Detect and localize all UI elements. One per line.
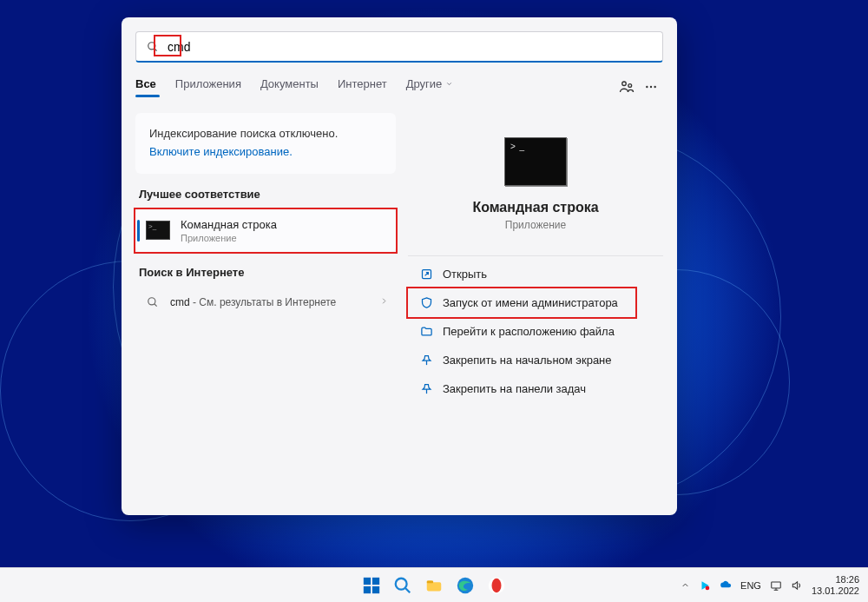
svg-rect-15 <box>372 585 379 592</box>
network-icon[interactable] <box>770 579 782 592</box>
web-search-result[interactable]: cmd - См. результаты в Интернете <box>135 288 396 317</box>
more-button[interactable] <box>639 75 663 99</box>
action-label: Открыть <box>443 268 487 281</box>
svg-point-21 <box>492 578 502 592</box>
chevron-right-icon <box>379 296 389 306</box>
cmd-icon <box>146 221 170 240</box>
result-preview: Командная строка Приложение <box>408 113 663 247</box>
best-match-header: Лучшее соответствие <box>139 188 396 201</box>
file-explorer-button[interactable] <box>422 573 446 598</box>
volume-icon[interactable] <box>791 579 803 592</box>
tab-more[interactable]: Другие <box>406 77 453 97</box>
indexing-notice: Индексирование поиска отключено. Включит… <box>135 113 396 174</box>
cmd-large-icon <box>504 137 567 186</box>
system-tray: ENG 18:26 13.01.2022 <box>681 574 859 596</box>
svg-point-7 <box>148 297 155 304</box>
svg-rect-24 <box>772 581 781 587</box>
action-pin-start[interactable]: Закрепить на начальном экране <box>408 346 663 374</box>
search-icon <box>393 576 412 595</box>
folder-icon <box>424 576 444 595</box>
shield-icon <box>420 296 433 309</box>
svg-rect-14 <box>364 585 371 592</box>
action-run-as-admin[interactable]: Запуск от имени администратора <box>408 288 663 317</box>
open-icon <box>420 268 433 281</box>
svg-point-6 <box>654 86 655 88</box>
pin-icon <box>420 382 433 395</box>
filter-tabs: Все Приложения Документы Интернет Другие <box>135 75 663 99</box>
result-title: Командная строка <box>181 218 277 231</box>
action-open[interactable]: Открыть <box>408 260 663 288</box>
edge-icon <box>456 576 475 595</box>
svg-line-1 <box>155 48 157 50</box>
action-label: Перейти к расположению файла <box>443 325 615 338</box>
svg-point-16 <box>396 578 407 589</box>
desktop-background: Все Приложения Документы Интернет Другие… <box>0 0 868 567</box>
windows-icon <box>362 576 381 595</box>
web-search-header: Поиск в Интернете <box>139 266 396 279</box>
action-pin-taskbar[interactable]: Закрепить на панели задач <box>408 374 663 403</box>
preview-subtitle: Приложение <box>408 219 663 231</box>
divider <box>408 255 663 256</box>
search-bar[interactable] <box>135 31 663 63</box>
action-label: Закрепить на панели задач <box>443 382 586 395</box>
clock[interactable]: 18:26 13.01.2022 <box>812 574 859 596</box>
pin-icon <box>420 354 433 367</box>
action-file-location[interactable]: Перейти к расположению файла <box>408 317 663 346</box>
svg-rect-12 <box>364 577 371 584</box>
svg-line-8 <box>155 303 157 306</box>
svg-point-3 <box>628 84 632 88</box>
account-button[interactable] <box>615 75 639 99</box>
tab-all[interactable]: Все <box>135 77 156 97</box>
tab-documents[interactable]: Документы <box>260 77 319 97</box>
taskbar: ENG 18:26 13.01.2022 <box>0 567 868 602</box>
search-button[interactable] <box>391 573 415 598</box>
action-label: Закрепить на начальном экране <box>443 354 612 367</box>
indexing-notice-text: Индексирование поиска отключено. <box>149 125 382 143</box>
enable-indexing-link[interactable]: Включите индексирование. <box>149 143 382 162</box>
opera-button[interactable] <box>484 573 509 598</box>
tray-time: 18:26 <box>812 574 859 585</box>
result-subtitle: Приложение <box>181 233 277 243</box>
chevron-up-icon[interactable] <box>681 580 690 590</box>
preview-title: Командная строка <box>408 200 663 215</box>
edge-button[interactable] <box>453 573 477 598</box>
start-button[interactable] <box>359 573 384 598</box>
tray-app-icon[interactable] <box>699 579 711 592</box>
taskbar-center <box>359 573 509 598</box>
svg-rect-13 <box>372 577 379 584</box>
language-indicator[interactable]: ENG <box>740 580 761 591</box>
svg-point-0 <box>148 42 155 49</box>
svg-point-4 <box>646 86 648 88</box>
tab-web[interactable]: Интернет <box>338 77 387 97</box>
more-horizontal-icon <box>644 80 658 94</box>
action-label: Запуск от имени администратора <box>443 296 618 309</box>
svg-point-23 <box>706 585 710 590</box>
svg-point-2 <box>622 82 627 86</box>
svg-line-17 <box>405 587 411 592</box>
folder-icon <box>420 325 433 338</box>
best-match-result[interactable]: Командная строка Приложение <box>135 209 396 252</box>
opera-icon <box>487 576 506 595</box>
svg-rect-18 <box>427 580 433 583</box>
chevron-down-icon <box>445 80 453 88</box>
svg-point-5 <box>650 86 652 88</box>
web-result-text: cmd - См. результаты в Интернете <box>170 296 336 308</box>
tray-date: 13.01.2022 <box>812 585 859 597</box>
tab-apps[interactable]: Приложения <box>175 77 241 97</box>
search-icon <box>147 296 159 308</box>
people-icon <box>619 79 635 95</box>
search-panel: Все Приложения Документы Интернет Другие… <box>122 17 677 515</box>
search-icon <box>147 41 159 53</box>
search-input[interactable] <box>168 40 220 54</box>
onedrive-icon[interactable] <box>720 579 732 592</box>
